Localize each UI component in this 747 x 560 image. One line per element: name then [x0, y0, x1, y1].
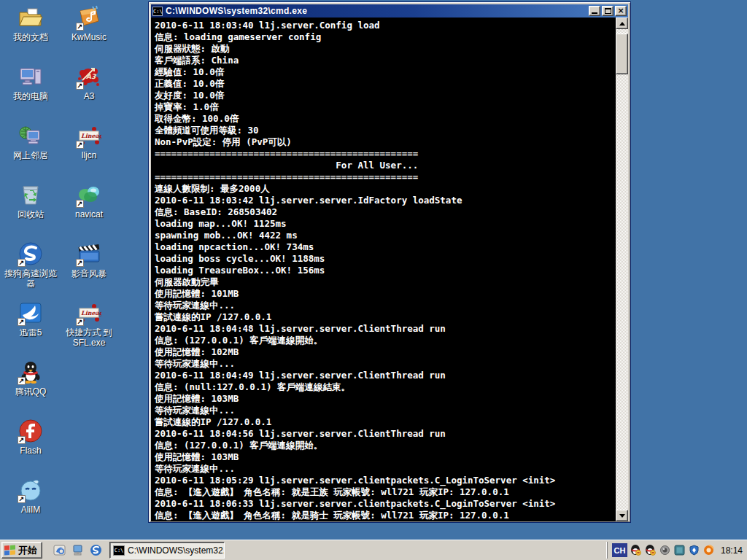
svg-text:A3: A3	[86, 73, 96, 80]
console-output: 2010-6-11 18:03:40 l1j.server.Config loa…	[151, 18, 555, 521]
arrow-down-icon	[619, 514, 625, 518]
start-label: 开始	[18, 544, 37, 557]
window-title: C:\WINDOWS\system32\cmd.exe	[166, 6, 587, 16]
app-square-icon[interactable]	[674, 545, 686, 556]
desktop-icon-label: lljcn	[82, 150, 97, 160]
sogou-browser-icon[interactable]	[89, 544, 102, 557]
network-places-icon	[18, 122, 44, 149]
shortcut-arrow-icon: ↗	[18, 436, 26, 444]
shortcut-arrow-icon: ↗	[18, 318, 26, 326]
maximize-button[interactable]	[602, 6, 614, 16]
desktop-icon-label: 迅雷5	[20, 327, 42, 338]
desktop-icon-recycle-bin[interactable]: 回收站	[1, 182, 60, 241]
cmd-icon: C:\	[113, 545, 125, 556]
desktop-icon-label: 我的文档	[13, 32, 48, 42]
internet-explorer-icon[interactable]	[53, 544, 66, 557]
shortcut-arrow-icon: ↗	[18, 259, 26, 267]
scroll-up-button[interactable]	[616, 18, 628, 29]
cmd-window: C:\ C:\WINDOWS\system32\cmd.exe × 2010-6…	[148, 1, 631, 523]
desktop-icon-label: KwMusic	[71, 32, 107, 42]
kwmusic-icon: ↗	[76, 4, 102, 31]
shield-icon[interactable]	[689, 545, 700, 556]
desktop-icon-label: Flash	[20, 446, 41, 456]
minimize-button[interactable]	[589, 6, 600, 16]
desktop-icon-my-computer[interactable]: 我的电脑	[1, 63, 60, 122]
taskbar-item-label: C:\WINDOWS\system32...	[128, 545, 225, 556]
console-area[interactable]: 2010-6-11 18:03:40 l1j.server.Config loa…	[151, 18, 628, 521]
qq-tray-icon[interactable]	[630, 545, 642, 556]
shortcut-arrow-icon: ↗	[76, 259, 84, 267]
shortcut-arrow-icon: ↗	[76, 141, 84, 149]
desktop-icon-aliim[interactable]: ↗ AliIM	[1, 477, 60, 536]
my-documents-icon	[18, 4, 44, 31]
cmd-icon: C:\	[152, 7, 163, 16]
my-computer-icon	[18, 63, 44, 90]
desktop-icon-kwmusic[interactable]: ↗ KwMusic	[60, 4, 118, 63]
desktop-icon-label: 回收站	[18, 209, 44, 219]
desktop-icon-label: A3	[84, 91, 95, 101]
close-button[interactable]: ×	[615, 6, 627, 16]
recycle-bin-icon	[18, 182, 44, 208]
shortcut-arrow-icon: ↗	[76, 82, 84, 90]
shortcut-arrow-icon: ↗	[76, 200, 84, 208]
desktop-icon-lljcn[interactable]: Lineage ↗ lljcn	[60, 122, 118, 182]
desktop-icon-network-places[interactable]: 网上邻居	[1, 122, 60, 182]
lineage-icon: Lineage ↗	[76, 122, 102, 149]
desktop-icon-label: navicat	[75, 209, 103, 219]
desktop-icon-sogou-browser[interactable]: ↗ 搜狗高速浏览器	[1, 241, 60, 300]
desktop-icon-label: 网上邻居	[13, 150, 48, 160]
taskbar: 开始 C:\ C:\WINDOWS\system32... CH	[0, 540, 747, 560]
orange-ring-icon[interactable]	[703, 545, 715, 556]
a3-splat-icon: A3 ↗	[76, 63, 102, 90]
navicat-icon: ↗	[76, 182, 102, 208]
desktop-icon-label: 腾讯QQ	[15, 386, 47, 397]
shortcut-arrow-icon: ↗	[76, 23, 84, 31]
vertical-scrollbar[interactable]	[616, 18, 628, 521]
language-indicator[interactable]: CH	[612, 543, 627, 557]
cmd-titlebar[interactable]: C:\ C:\WINDOWS\system32\cmd.exe ×	[151, 4, 628, 18]
desktop-icon-label: 我的电脑	[13, 91, 48, 101]
flash-icon: ↗	[18, 418, 44, 444]
desktop-icon-label: 影音风暴	[71, 268, 107, 279]
desktop-icon-media-storm[interactable]: ↗ 影音风暴	[60, 241, 118, 300]
qq-penguin-icon: ↗	[18, 359, 44, 385]
desktop: { "desktop": { "icons": [ { "label": "我的…	[0, 0, 747, 560]
qq-tray-icon[interactable]	[645, 545, 657, 556]
maximize-icon	[605, 8, 611, 14]
arrow-up-icon	[619, 22, 625, 26]
scrollbar-thumb[interactable]	[616, 34, 628, 74]
volume-icon[interactable]	[659, 545, 671, 556]
aliim-icon: ↗	[18, 477, 44, 503]
sogou-browser-icon: ↗	[18, 241, 44, 267]
shortcut-arrow-icon: ↗	[18, 495, 26, 503]
scroll-down-button[interactable]	[616, 510, 628, 521]
lineage-icon: Lineage ↗	[76, 300, 102, 326]
desktop-icon-my-documents[interactable]: 我的文档	[1, 4, 60, 63]
quick-launch	[48, 544, 107, 557]
desktop-icon-a3[interactable]: A3 ↗ A3	[60, 63, 118, 122]
taskbar-item-cmd[interactable]: C:\ C:\WINDOWS\system32...	[109, 542, 225, 559]
desktop-icon-xunlei5[interactable]: ↗ 迅雷5	[1, 300, 60, 359]
clapperboard-icon: ↗	[76, 241, 102, 267]
system-tray: CH 18:14	[607, 542, 747, 559]
desktop-icon-label: AliIM	[21, 505, 41, 515]
show-desktop-icon[interactable]	[71, 544, 84, 557]
desktop-icon-label: 搜狗高速浏览器	[2, 268, 59, 289]
desktop-icon-flash[interactable]: ↗ Flash	[1, 418, 60, 477]
start-button[interactable]: 开始	[1, 542, 42, 559]
desktop-icon-sfl-shortcut[interactable]: Lineage ↗ 快捷方式 到 SFL.exe	[60, 300, 118, 359]
minimize-icon	[592, 12, 597, 14]
shortcut-arrow-icon: ↗	[76, 318, 84, 326]
svg-text:Lineage: Lineage	[81, 309, 101, 316]
desktop-icon-label: 快捷方式 到 SFL.exe	[61, 327, 117, 348]
desktop-icon-qq[interactable]: ↗ 腾讯QQ	[1, 359, 60, 418]
desktop-icon-grid: 我的文档 我的电脑 网上邻居 回收站 ↗ 搜狗高速浏览器 ↗ 迅雷5	[1, 4, 118, 536]
svg-text:Lineage: Lineage	[81, 132, 101, 139]
shortcut-arrow-icon: ↗	[18, 377, 26, 385]
xunlei-icon: ↗	[18, 300, 44, 326]
close-icon: ×	[617, 7, 624, 15]
taskbar-clock[interactable]: 18:14	[721, 545, 743, 556]
desktop-icon-navicat[interactable]: ↗ navicat	[60, 182, 118, 241]
windows-logo-icon	[4, 545, 16, 556]
